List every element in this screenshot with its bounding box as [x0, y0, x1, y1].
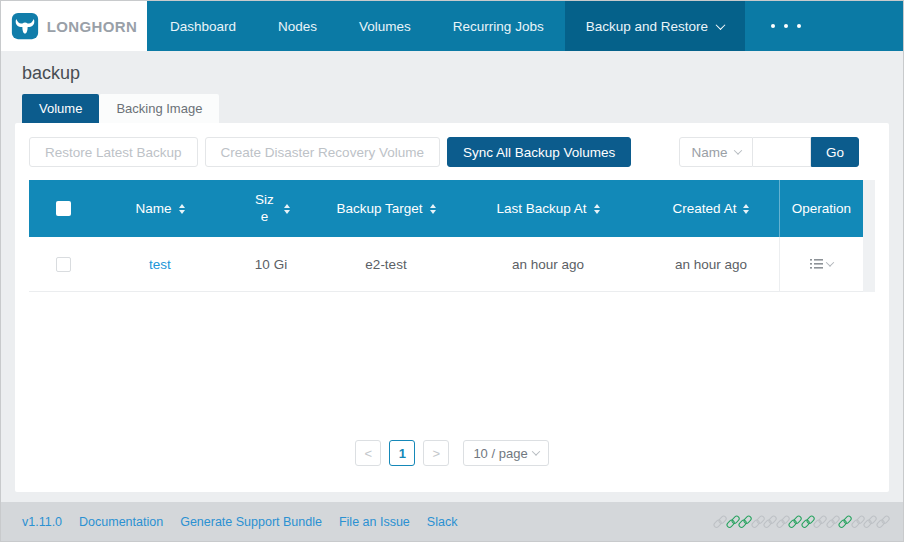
column-header-name[interactable]: Name — [97, 180, 223, 237]
operation-menu-button[interactable] — [810, 258, 833, 270]
sort-icon — [594, 204, 600, 214]
ellipsis-dot-icon — [784, 24, 788, 28]
filter-field-value: Name — [691, 145, 727, 160]
generate-support-bundle-link[interactable]: Generate Support Bundle — [180, 515, 322, 529]
slack-link[interactable]: Slack — [427, 515, 458, 529]
pagination-prev-button[interactable]: < — [355, 440, 381, 466]
chain-link-icon — [777, 516, 790, 528]
column-header-size[interactable]: Size — [223, 180, 319, 237]
page-title: backup — [22, 63, 889, 84]
sort-icon — [284, 204, 290, 214]
pagination: < 1 > 10 / page — [355, 440, 548, 466]
chain-link-icon — [864, 516, 877, 528]
page-size-value: 10 / page — [473, 446, 527, 461]
backup-page: backup Volume Backing Image Restore Late… — [1, 51, 903, 502]
go-button[interactable]: Go — [811, 137, 859, 167]
row-checkbox[interactable] — [56, 257, 71, 272]
documentation-link[interactable]: Documentation — [79, 515, 163, 529]
table-scroll-gutter — [863, 180, 875, 292]
tab-volume[interactable]: Volume — [22, 94, 99, 123]
brand-name: LONGHORN — [47, 18, 138, 35]
sort-icon — [430, 204, 436, 214]
select-all-checkbox[interactable] — [56, 201, 71, 216]
chevron-down-icon — [716, 20, 726, 30]
table-row-last-backup-at-cell: an hour ago — [453, 237, 643, 292]
page-size-select[interactable]: 10 / page — [463, 440, 548, 466]
app-footer: v1.11.0 Documentation Generate Support B… — [1, 502, 903, 541]
chain-link-icon — [764, 516, 777, 528]
nav-item-recurring-jobs[interactable]: Recurring Jobs — [432, 1, 565, 51]
table-row-created-at-cell: an hour ago — [643, 237, 779, 292]
ellipsis-dot-icon — [771, 24, 775, 28]
search-input[interactable] — [753, 137, 811, 167]
version-link[interactable]: v1.11.0 — [22, 515, 62, 529]
chevron-down-icon — [531, 447, 539, 455]
table-row-backup-target-cell: e2-test — [319, 237, 453, 292]
chevron-down-icon — [826, 258, 834, 266]
file-an-issue-link[interactable]: File an Issue — [339, 515, 410, 529]
chain-link-icon — [714, 516, 727, 528]
chain-link-icon — [727, 516, 740, 528]
nav-item-backup-and-restore[interactable]: Backup and Restore — [565, 1, 745, 51]
content-card: Restore Latest Backup Create Disaster Re… — [15, 123, 889, 492]
main-nav: Dashboard Nodes Volumes Recurring Jobs B… — [149, 1, 827, 51]
chain-link-icon — [752, 516, 765, 528]
table-row-name-cell: test — [97, 237, 223, 292]
nav-item-volumes[interactable]: Volumes — [338, 1, 432, 51]
create-disaster-recovery-volume-button[interactable]: Create Disaster Recovery Volume — [205, 137, 440, 167]
column-header-operation: Operation — [779, 180, 863, 237]
brand-home-link[interactable]: LONGHORN — [1, 1, 147, 51]
column-header-created-at[interactable]: Created At — [643, 180, 779, 237]
sort-icon — [743, 204, 749, 214]
sort-icon — [179, 204, 185, 214]
chain-link-icon — [877, 516, 890, 528]
filter-field-select[interactable]: Name — [679, 137, 753, 167]
tab-backing-image[interactable]: Backing Image — [99, 94, 219, 123]
nav-item-label: Backup and Restore — [586, 19, 708, 34]
nav-more-button[interactable] — [745, 1, 827, 51]
longhorn-bull-icon — [11, 12, 39, 40]
pagination-next-button[interactable]: > — [423, 440, 449, 466]
table-row-select-cell — [29, 237, 97, 292]
toolbar: Restore Latest Backup Create Disaster Re… — [29, 137, 875, 167]
tab-bar: Volume Backing Image — [22, 94, 889, 123]
chain-link-icon — [839, 516, 852, 528]
filter-group: Name Go — [679, 137, 859, 167]
chain-link-icon — [789, 516, 802, 528]
restore-latest-backup-button[interactable]: Restore Latest Backup — [29, 137, 198, 167]
chevron-down-icon — [733, 146, 741, 154]
volume-name-link[interactable]: test — [149, 257, 171, 272]
nav-item-nodes[interactable]: Nodes — [257, 1, 338, 51]
ellipsis-dot-icon — [797, 24, 801, 28]
longhorn-app: LONGHORN Dashboard Nodes Volumes Recurri… — [0, 0, 904, 542]
chain-link-icon — [827, 516, 840, 528]
node-link-status-bar — [714, 516, 889, 528]
chain-link-icon — [852, 516, 865, 528]
chain-link-icon — [814, 516, 827, 528]
top-navbar: LONGHORN Dashboard Nodes Volumes Recurri… — [1, 1, 903, 51]
sync-all-backup-volumes-button[interactable]: Sync All Backup Volumes — [447, 137, 631, 167]
table-row-size-cell: 10 Gi — [223, 237, 319, 292]
column-header-backup-target[interactable]: Backup Target — [319, 180, 453, 237]
backup-volume-table: Name Size Backup Target Last Backup At — [29, 180, 875, 292]
chain-link-icon — [802, 516, 815, 528]
list-menu-icon — [810, 258, 823, 270]
chain-link-icon — [739, 516, 752, 528]
pagination-page-1-button[interactable]: 1 — [389, 440, 415, 466]
column-header-select — [29, 180, 97, 237]
table-row-operation-cell — [779, 237, 863, 292]
nav-item-dashboard[interactable]: Dashboard — [149, 1, 257, 51]
column-header-last-backup-at[interactable]: Last Backup At — [453, 180, 643, 237]
